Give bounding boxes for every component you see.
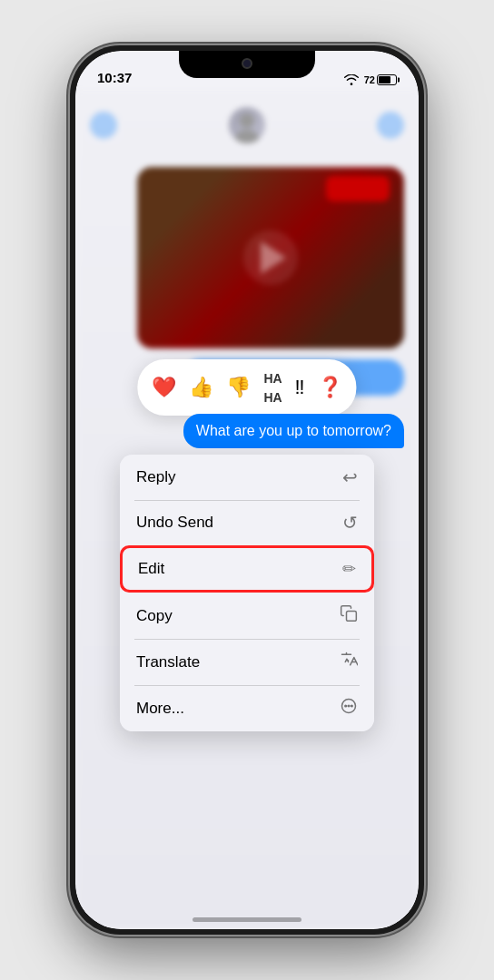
svg-rect-0 <box>347 612 357 622</box>
menu-item-reply-label: Reply <box>136 468 175 486</box>
svg-point-2 <box>345 705 347 707</box>
reaction-bar: ❤️ 👍 👎 HAHA ‼️ ❓ <box>137 359 356 416</box>
context-menu: Reply ↩ Undo Send ↺ Edit ✏ Copy <box>120 455 374 731</box>
svg-point-4 <box>351 705 353 707</box>
notch-camera <box>242 58 252 69</box>
battery-icon: 72 <box>364 74 397 85</box>
menu-item-translate[interactable]: Translate <box>120 639 374 685</box>
reaction-thumbsup[interactable]: 👍 <box>189 376 213 399</box>
reaction-haha[interactable]: HAHA <box>263 368 282 407</box>
message-bubble: What are you up to tomorrow? <box>183 414 404 448</box>
phone-frame: 10:37 72 <box>70 45 424 935</box>
translate-icon <box>340 651 358 673</box>
edit-icon: ✏ <box>342 559 356 579</box>
reaction-thumbsdown[interactable]: 👎 <box>226 376 251 399</box>
undo-send-icon: ↺ <box>342 512 358 534</box>
menu-item-more[interactable]: More... <box>120 685 374 731</box>
menu-item-undo-send-label: Undo Send <box>136 514 213 532</box>
notch <box>179 51 315 78</box>
menu-item-edit[interactable]: Edit ✏ <box>120 545 374 593</box>
status-time: 10:37 <box>97 70 132 85</box>
reaction-heart[interactable]: ❤️ <box>152 376 176 399</box>
svg-point-3 <box>348 705 350 707</box>
menu-item-more-label: More... <box>136 700 184 718</box>
reaction-question[interactable]: ❓ <box>318 376 342 399</box>
status-icons: 72 <box>344 74 397 85</box>
copy-icon <box>340 604 358 627</box>
more-icon <box>340 697 358 720</box>
home-indicator <box>193 917 301 922</box>
menu-item-edit-label: Edit <box>138 560 164 578</box>
menu-item-reply[interactable]: Reply ↩ <box>120 455 374 500</box>
menu-item-copy-label: Copy <box>136 607 173 625</box>
reaction-exclaim[interactable]: ‼️ <box>295 376 305 399</box>
menu-item-copy[interactable]: Copy <box>120 593 374 639</box>
menu-item-undo-send[interactable]: Undo Send ↺ <box>120 500 374 545</box>
menu-item-translate-label: Translate <box>136 653 200 671</box>
wifi-icon <box>344 74 359 85</box>
reply-icon: ↩ <box>342 466 358 488</box>
